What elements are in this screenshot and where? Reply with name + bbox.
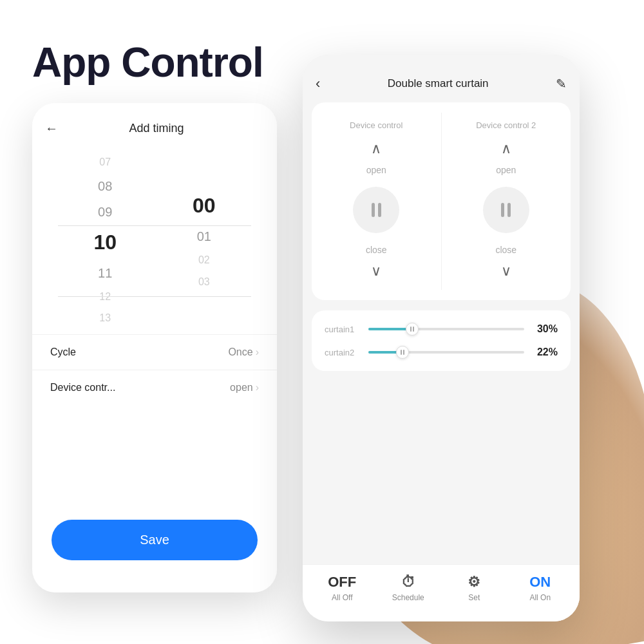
back-icon[interactable]: ← <box>45 121 58 136</box>
curtain1-row: curtain1 30% <box>325 323 558 335</box>
close-down-icon-1[interactable]: ∨ <box>371 263 381 279</box>
hour-item: 07 <box>99 151 111 173</box>
close-label-2: close <box>495 245 516 255</box>
cycle-label: Cycle <box>50 346 76 358</box>
pause-icon-2 <box>501 203 511 217</box>
curtain-back-icon[interactable]: ‹ <box>316 75 320 92</box>
off-icon: OFF <box>328 574 356 591</box>
chevron-right-icon: › <box>256 346 259 358</box>
hour-item: 09 <box>98 199 112 225</box>
curtain-title: Double smart curtain <box>320 77 556 90</box>
all-off-button[interactable]: OFF All Off <box>319 574 365 602</box>
device-col1-label: Device control <box>350 120 402 130</box>
thumb-icon <box>410 327 414 332</box>
all-on-button[interactable]: ON All On <box>518 574 563 602</box>
minute-item: 03 <box>198 271 210 293</box>
hour-item: 11 <box>98 260 112 286</box>
spacer <box>303 371 580 564</box>
hours-column[interactable]: 07 08 09 10 11 12 13 <box>64 151 146 329</box>
save-button[interactable]: Save <box>52 520 258 560</box>
chevron-right-icon: › <box>256 382 259 393</box>
device-row[interactable]: Device contr... open › <box>32 370 277 405</box>
timing-title: Add timing <box>68 122 245 135</box>
all-on-label: All On <box>529 593 551 602</box>
device-value: open › <box>230 382 259 393</box>
hour-item: 13 <box>99 307 111 329</box>
right-phone: ‹ Double smart curtain ✎ Device control … <box>303 55 580 621</box>
save-btn-area: Save <box>32 405 277 592</box>
timing-header: ← Add timing <box>32 103 277 146</box>
curtain-header: ‹ Double smart curtain ✎ <box>303 55 580 102</box>
page-title: App Control <box>32 39 263 86</box>
left-phone: ← Add timing 07 08 09 10 11 12 13 00 01 … <box>32 103 277 592</box>
set-button[interactable]: ⚙ Set <box>451 574 497 602</box>
pause-icon-1 <box>372 203 381 217</box>
curtain2-row: curtain2 22% <box>325 346 558 358</box>
device-col-2: Device control 2 ∧ open close ∨ <box>442 113 571 290</box>
hour-item: 12 <box>99 286 111 308</box>
open-label-2: open <box>496 165 516 175</box>
curtain2-track[interactable] <box>368 351 524 354</box>
curtain-edit-icon[interactable]: ✎ <box>556 76 567 91</box>
curtain2-thumb[interactable] <box>396 346 409 359</box>
curtain1-thumb[interactable] <box>406 323 419 336</box>
hour-item: 08 <box>98 173 112 199</box>
curtain1-label: curtain1 <box>325 325 363 334</box>
device-col-1: Device control ∧ open close ∨ <box>312 113 442 290</box>
thumb-icon <box>401 350 404 355</box>
device-col2-label: Device control 2 <box>476 120 536 130</box>
schedule-label: Schedule <box>392 593 424 602</box>
all-off-label: All Off <box>332 593 352 602</box>
bottom-bar: OFF All Off ⏱ Schedule ⚙ Set ON All On <box>303 564 580 621</box>
pause-button-1[interactable] <box>353 187 399 233</box>
curtain1-percent: 30% <box>529 323 558 335</box>
pause-button-2[interactable] <box>483 187 529 233</box>
time-separator <box>146 231 163 250</box>
minute-selected: 00 <box>193 188 216 223</box>
open-up-icon-2[interactable]: ∧ <box>501 140 511 157</box>
sliders-area: curtain1 30% curtain2 <box>312 310 571 371</box>
on-icon: ON <box>529 574 551 591</box>
cycle-row[interactable]: Cycle Once › <box>32 334 277 370</box>
open-label-1: open <box>366 165 386 175</box>
schedule-button[interactable]: ⏱ Schedule <box>386 574 431 602</box>
close-down-icon-2[interactable]: ∨ <box>501 263 511 279</box>
device-label: Device contr... <box>50 382 115 393</box>
set-label: Set <box>468 593 480 602</box>
schedule-icon: ⏱ <box>401 574 415 591</box>
minute-item: 02 <box>198 249 210 271</box>
curtain1-track[interactable] <box>368 328 524 330</box>
minute-item: 01 <box>197 223 211 249</box>
time-picker[interactable]: 07 08 09 10 11 12 13 00 01 02 03 <box>45 146 264 334</box>
open-up-icon[interactable]: ∧ <box>371 140 381 157</box>
curtain2-label: curtain2 <box>325 348 363 357</box>
curtain2-percent: 22% <box>529 346 558 358</box>
minutes-column[interactable]: 00 01 02 03 <box>164 188 245 292</box>
set-icon: ⚙ <box>468 574 480 591</box>
device-controls: Device control ∧ open close ∨ Device con… <box>312 102 571 300</box>
hour-selected: 10 <box>93 225 117 260</box>
cycle-value: Once › <box>228 346 259 358</box>
close-label-1: close <box>366 245 387 255</box>
